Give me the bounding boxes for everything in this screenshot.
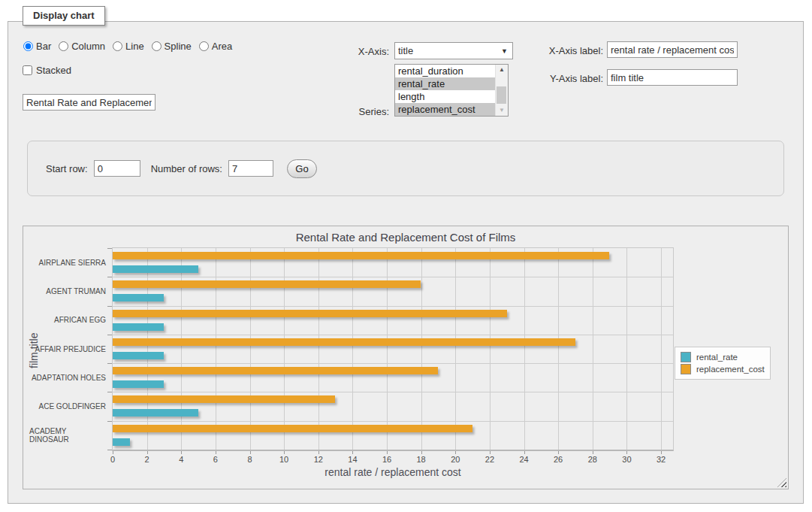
chart-type-radio-line[interactable] [113, 41, 122, 51]
stacked-option[interactable]: Stacked [23, 65, 71, 76]
chart-type-option-area[interactable]: Area [199, 41, 232, 52]
chart-type-label: Spline [165, 41, 192, 52]
x-tick-label: 18 [416, 455, 425, 464]
y-category-label: AGENT TRUMAN [29, 277, 106, 305]
series-option-replacement_cost[interactable]: replacement_cost [395, 103, 495, 116]
x-axis-tick [318, 451, 319, 454]
y-category-label: AIRPLANE SIERRA [29, 248, 106, 277]
chart-type-radio-area[interactable] [199, 41, 209, 51]
start-row-input[interactable] [94, 160, 140, 177]
y-axis-tick [107, 363, 112, 364]
x-axis-select[interactable]: title [394, 42, 513, 59]
series-option-rental_rate[interactable]: rental_rate [395, 77, 495, 90]
bar-replacement_cost [113, 425, 472, 432]
plot-area [112, 247, 674, 451]
x-tick-label: 32 [657, 455, 666, 464]
legend-entry-rental_rate: rental_rate [681, 352, 765, 362]
bar-replacement_cost [113, 280, 421, 288]
chart-type-label: Area [212, 41, 232, 52]
scrollbar-thumb[interactable] [497, 86, 506, 104]
x-tick-label: 22 [485, 455, 494, 464]
grid-line-v [352, 248, 353, 450]
chart-type-option-column[interactable]: Column [59, 41, 105, 52]
x-tick-label: 10 [279, 455, 288, 464]
y-category-label: ADAPTATION HOLES [29, 363, 106, 392]
grid-line-h [113, 363, 673, 364]
bar-rental_rate [113, 323, 164, 331]
chart-type-label: Bar [36, 41, 51, 52]
stacked-label: Stacked [36, 65, 71, 76]
grid-line-h [113, 392, 673, 392]
y-axis-tick [107, 248, 112, 249]
series-option-length[interactable]: length [395, 90, 495, 103]
grid-line-h [113, 277, 673, 277]
x-axis-tick [147, 451, 148, 454]
grid-line-v [318, 248, 319, 450]
bar-replacement_cost [113, 338, 575, 346]
grid-line-v [284, 248, 285, 450]
go-button[interactable]: Go [287, 159, 317, 178]
series-label: Series: [315, 106, 389, 117]
x-axis-tick [421, 451, 422, 454]
y-category-label: AFRICAN EGG [29, 306, 106, 335]
bar-rental_rate [113, 438, 130, 446]
scroll-up-icon[interactable]: ▲ [496, 65, 508, 75]
scroll-down-icon[interactable]: ▼ [496, 105, 508, 116]
chart-type-option-bar[interactable]: Bar [23, 41, 51, 52]
x-tick-label: 16 [382, 455, 391, 464]
x-axis-label-input[interactable] [607, 41, 738, 58]
legend-entry-replacement_cost: replacement_cost [681, 364, 765, 374]
panel-title: Display chart [23, 6, 105, 26]
x-axis-tick [387, 451, 388, 454]
x-tick-label: 14 [348, 455, 357, 464]
grid-line-v [216, 248, 216, 450]
chart-type-radio-spline[interactable] [152, 41, 161, 51]
chart-type-option-spline[interactable]: Spline [152, 41, 192, 52]
bar-rental_rate [113, 380, 164, 388]
chart-container: Rental Rate and Replacement Cost of Film… [23, 226, 789, 489]
bar-rental_rate [113, 409, 198, 417]
row-range-panel: Start row: Number of rows: Go [27, 141, 784, 196]
series-option-rental_duration[interactable]: rental_duration [395, 65, 495, 77]
series-options: rental_durationrental_ratelengthreplacem… [395, 65, 495, 116]
x-axis-tick [250, 451, 251, 454]
x-tick-label: 28 [588, 455, 597, 464]
resize-grip-icon[interactable] [777, 478, 786, 487]
grid-line-v [558, 248, 559, 450]
x-tick-label: 12 [314, 455, 323, 464]
chart-type-radio-column[interactable] [59, 41, 68, 51]
x-axis-tick [284, 451, 285, 454]
x-tick-label: 4 [179, 455, 183, 464]
y-axis-label-input[interactable] [607, 69, 738, 86]
grid-line-v [147, 248, 148, 450]
bar-replacement_cost [113, 310, 507, 317]
x-axis-label-caption: X-Axis label: [543, 45, 603, 56]
number-of-rows-input[interactable] [228, 160, 273, 177]
grid-line-v [626, 248, 627, 450]
x-tick-label: 30 [622, 455, 631, 464]
grid-line-v [250, 248, 251, 450]
x-tick-label: 20 [451, 455, 460, 464]
start-row-label: Start row: [46, 163, 88, 174]
x-axis-tick [352, 451, 353, 454]
bar-replacement_cost [113, 252, 609, 259]
chart-type-label: Line [125, 41, 144, 52]
legend-label: replacement_cost [696, 365, 765, 374]
y-category-label: AFFAIR PREJUDICE [29, 335, 106, 363]
stacked-checkbox[interactable] [23, 65, 32, 75]
bar-rental_rate [113, 352, 164, 359]
chart-type-option-line[interactable]: Line [113, 41, 144, 52]
series-listbox-scrollbar[interactable]: ▲ ▼ [495, 65, 508, 116]
y-axis-tick [107, 450, 112, 450]
bar-replacement_cost [113, 367, 438, 374]
legend-swatch-replacement_cost [681, 364, 691, 374]
y-axis-tick [107, 392, 112, 392]
chart-type-radio-bar[interactable] [23, 41, 33, 51]
chart-type-label: Column [71, 41, 105, 52]
x-tick-label: 6 [213, 455, 218, 464]
x-axis-tick [626, 451, 627, 454]
x-axis-tick [524, 451, 525, 454]
x-tick-label: 24 [519, 455, 528, 464]
series-listbox[interactable]: rental_durationrental_ratelengthreplacem… [394, 64, 509, 117]
chart-title-input[interactable] [23, 94, 155, 111]
